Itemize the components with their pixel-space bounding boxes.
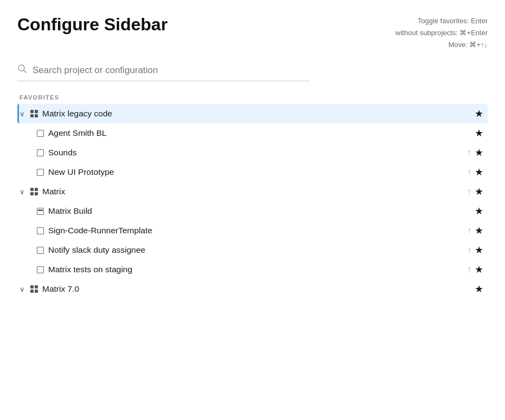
item-icon	[37, 227, 44, 234]
chevron-icon: ∨	[20, 285, 27, 293]
item-actions: ★	[475, 283, 483, 295]
item-label: Sign-Code-RunnerTemplate	[48, 226, 467, 235]
item-label: Matrix legacy code	[42, 109, 475, 119]
config-icon	[37, 247, 44, 254]
search-input[interactable]	[33, 65, 310, 76]
item-icon	[37, 266, 44, 273]
item-icon	[37, 247, 44, 254]
search-icon	[17, 64, 27, 76]
move-up-button[interactable]: ↑	[467, 148, 471, 158]
list-item[interactable]: Sign-Code-RunnerTemplate↑★	[17, 221, 488, 240]
item-label: Matrix 7.0	[42, 284, 475, 294]
move-up-button[interactable]: ↑	[467, 187, 471, 196]
item-label: Matrix Build	[48, 206, 475, 216]
move-up-button[interactable]: ↑	[467, 226, 471, 235]
config-icon	[37, 227, 44, 234]
favorite-star-button[interactable]: ★	[475, 147, 483, 159]
list-item[interactable]: Agent Smith BL★	[17, 123, 488, 143]
item-actions: ↑★	[467, 264, 483, 275]
build-icon	[37, 208, 44, 215]
move-up-button[interactable]: ↑	[467, 265, 471, 274]
list-item[interactable]: ∨ Matrix legacy code★	[17, 104, 488, 123]
config-icon	[37, 149, 44, 156]
list-item[interactable]: Matrix tests on staging↑★	[17, 260, 488, 279]
page-title: Configure Sidebar	[17, 15, 167, 34]
search-bar[interactable]	[17, 64, 310, 81]
favorite-star-button[interactable]: ★	[475, 225, 483, 237]
grid-icon	[30, 285, 38, 293]
favorites-list: ∨ Matrix legacy code★Agent Smith BL★Soun…	[17, 104, 488, 299]
move-up-button[interactable]: ↑	[467, 245, 471, 255]
chevron-icon: ∨	[20, 110, 27, 118]
configure-sidebar-panel: Configure Sidebar Toggle favorites: Ente…	[0, 0, 505, 310]
item-label: Agent Smith BL	[48, 128, 475, 138]
favorite-star-button[interactable]: ★	[475, 186, 483, 198]
item-icon	[37, 169, 44, 176]
shortcuts-help: Toggle favorites: Enter without subproje…	[396, 15, 488, 51]
config-icon	[37, 130, 44, 137]
item-icon	[37, 149, 44, 156]
favorite-star-button[interactable]: ★	[475, 127, 483, 139]
list-item[interactable]: ∨ Matrix 7.0★	[17, 279, 488, 299]
item-actions: ↑★	[467, 147, 483, 159]
item-label: Notify slack duty assignee	[48, 245, 467, 255]
favorite-star-button[interactable]: ★	[475, 283, 483, 295]
favorite-star-button[interactable]: ★	[475, 108, 483, 120]
item-actions: ↑★	[467, 166, 483, 178]
item-actions: ↑★	[467, 225, 483, 237]
grid-icon	[30, 188, 38, 195]
header: Configure Sidebar Toggle favorites: Ente…	[17, 15, 488, 51]
item-actions: ★	[475, 127, 483, 139]
section-label-favorites: FAVORITES	[17, 94, 488, 101]
item-label: Matrix tests on staging	[48, 265, 467, 274]
item-icon	[37, 130, 44, 137]
move-up-button[interactable]: ↑	[467, 167, 471, 177]
config-icon	[37, 266, 44, 273]
item-actions: ↑★	[467, 244, 483, 256]
item-icon	[37, 208, 44, 215]
item-label: Matrix	[42, 187, 467, 196]
svg-line-1	[24, 70, 26, 73]
list-item[interactable]: New UI Prototype↑★	[17, 162, 488, 182]
config-icon	[37, 169, 44, 176]
list-item[interactable]: Matrix Build★	[17, 201, 488, 221]
item-label: Sounds	[48, 148, 467, 158]
item-actions: ★	[475, 108, 483, 120]
list-item[interactable]: ∨ Matrix↑★	[17, 182, 488, 201]
favorite-star-button[interactable]: ★	[475, 205, 483, 217]
item-label: New UI Prototype	[48, 167, 467, 177]
chevron-icon: ∨	[20, 188, 27, 196]
favorites-section: FAVORITES ∨ Matrix legacy code★Agent Smi…	[17, 94, 488, 299]
favorite-star-button[interactable]: ★	[475, 264, 483, 275]
grid-icon	[30, 110, 38, 117]
list-item[interactable]: Notify slack duty assignee↑★	[17, 240, 488, 260]
item-actions: ↑★	[467, 186, 483, 198]
favorite-star-button[interactable]: ★	[475, 166, 483, 178]
favorite-star-button[interactable]: ★	[475, 244, 483, 256]
item-actions: ★	[475, 205, 483, 217]
list-item[interactable]: Sounds↑★	[17, 143, 488, 162]
